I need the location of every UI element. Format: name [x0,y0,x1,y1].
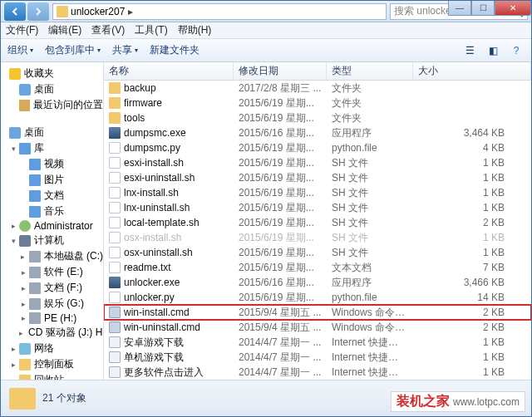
tool-share[interactable]: 共享▾ [112,43,138,57]
file-row[interactable]: dumpsmc.py2015/6/19 星期...python.file4 KB [104,140,531,155]
expand-icon[interactable]: ▸ [19,314,27,322]
sh-icon [109,172,121,184]
file-type: Windows 命令脚本 [327,321,413,335]
expand-icon[interactable]: ▾ [9,237,17,245]
menu-view[interactable]: 查看(V) [91,23,125,37]
col-name[interactable]: 名称 [104,62,234,80]
view-mode-button[interactable]: ☰ [461,42,478,59]
breadcrumb-item[interactable]: unlocker207 [71,6,125,17]
file-size: 1 KB [413,232,531,243]
file-name: 单机游戏下载 [124,351,184,365]
sidebar-item[interactable]: ▾库 [1,140,103,156]
lib-icon [29,190,41,202]
file-row[interactable]: readme.txt2015/6/19 星期...文本文档7 KB [104,260,531,275]
file-size: 1 KB [413,247,531,258]
maximize-button[interactable]: ☐ [471,1,495,16]
sidebar-item[interactable]: ▸Administrator [1,219,103,233]
tool-include[interactable]: 包含到库中▾ [45,43,101,57]
nav-forward-button[interactable] [27,2,49,21]
sidebar-item[interactable]: 图片 [1,172,103,188]
file-row[interactable]: 更多软件点击进入2014/4/7 星期一 ...Internet 快捷方式1 K… [104,365,531,380]
expand-icon[interactable]: ▸ [9,222,17,230]
col-type[interactable]: 类型 [327,62,413,80]
col-size[interactable]: 大小 [413,62,531,80]
sidebar-item[interactable]: ▸网络 [1,341,103,356]
nav-back-button[interactable] [4,2,26,21]
file-row[interactable]: osx-uninstall.sh2015/6/19 星期...SH 文件1 KB [104,245,531,260]
menu-file[interactable]: 文件(F) [6,23,38,37]
sidebar-section-desktop[interactable]: 桌面 [1,125,103,140]
file-row[interactable]: win-uninstall.cmd2015/9/4 星期五 ...Windows… [104,320,531,335]
expand-icon[interactable]: ▸ [9,361,17,369]
file-row[interactable]: win-install.cmd2015/9/4 星期五 ...Windows 命… [104,305,531,320]
tool-newfolder[interactable]: 新建文件夹 [150,43,200,57]
file-row[interactable]: firmware2015/6/19 星期...文件夹 [104,96,531,110]
sidebar-item[interactable]: 最近访问的位置 [1,97,103,113]
file-row[interactable]: esxi-install.sh2015/6/19 星期...SH 文件1 KB [104,155,531,170]
file-row[interactable]: 安卓游戏下载2014/4/7 星期一 ...Internet 快捷方式1 KB [104,335,531,350]
sidebar-item[interactable]: ▸控制面板 [1,356,103,372]
sidebar-item[interactable]: 视频 [1,156,103,172]
sidebar-item[interactable]: 回收站 [1,372,103,380]
file-row[interactable]: osx-install.sh2015/6/19 星期...SH 文件1 KB [104,230,531,245]
file-type: 文件夹 [327,96,413,110]
file-row[interactable]: esxi-uninstall.sh2015/6/19 星期...SH 文件1 K… [104,170,531,185]
close-button[interactable]: ✕ [495,1,531,16]
exe-icon [109,277,121,288]
address-bar[interactable]: unlocker207 ▸ [52,3,387,20]
chevron-right-icon[interactable]: ▸ [128,6,133,17]
sidebar-section-favorites[interactable]: 收藏夹 [1,66,103,81]
file-type: 文件夹 [327,81,413,96]
expand-icon[interactable]: ▸ [19,268,27,277]
file-type: Windows 命令脚本 [327,306,413,320]
sidebar-item[interactable]: ▸文档 (F:) [1,280,103,296]
file-size: 4 KB [413,142,531,154]
file-row[interactable]: local-template.sh2015/6/19 星期...SH 文件2 K… [104,215,531,230]
file-name: lnx-uninstall.sh [124,202,190,213]
expand-icon[interactable]: ▸ [9,345,17,353]
file-row[interactable]: lnx-uninstall.sh2015/6/19 星期...SH 文件1 KB [104,200,531,215]
sh-icon [109,247,121,258]
menu-edit[interactable]: 编辑(E) [48,23,81,37]
file-row[interactable]: dumpsmc.exe2015/6/16 星期...应用程序3,464 KB [104,125,531,140]
sidebar-item-label: 图片 [44,173,64,187]
file-name: osx-uninstall.sh [124,247,193,258]
menu-tools[interactable]: 工具(T) [135,23,167,37]
expand-icon[interactable]: ▸ [19,329,23,337]
expand-icon[interactable]: ▸ [19,300,27,308]
expand-icon[interactable]: ▸ [19,253,27,261]
sidebar-item[interactable]: ▸CD 驱动器 (J:) Hi [1,325,103,341]
tool-organize[interactable]: 组织▾ [7,43,33,57]
col-date[interactable]: 修改日期 [234,62,327,80]
file-row[interactable]: backup2017/2/8 星期三 ...文件夹 [104,81,531,96]
expand-icon[interactable]: ▸ [19,284,27,292]
file-row[interactable]: lnx-install.sh2015/6/19 星期...SH 文件1 KB [104,185,531,200]
file-type: SH 文件 [327,156,413,170]
expand-icon[interactable]: ▾ [9,145,17,153]
help-icon[interactable]: ? [508,42,525,59]
file-size: 2 KB [413,307,531,318]
sidebar-item[interactable]: ▸软件 (E:) [1,264,103,280]
sidebar-item[interactable]: ▸PE (H:) [1,312,103,325]
file-row[interactable]: tools2015/6/19 星期...文件夹 [104,110,531,125]
sidebar-item[interactable]: ▸娱乐 (G:) [1,296,103,312]
menu-help[interactable]: 帮助(H) [178,23,212,37]
file-name: local-template.sh [124,217,200,228]
file-row[interactable]: unlocker.exe2015/6/16 星期...应用程序3,466 KB [104,275,531,290]
sidebar-item[interactable]: 文档 [1,188,103,204]
file-date: 2015/6/19 星期... [234,201,327,215]
file-type: Internet 快捷方式 [327,336,413,350]
folder-icon [109,112,121,124]
preview-pane-button[interactable]: ◧ [485,42,501,59]
sidebar-item[interactable]: 桌面 [1,81,103,97]
file-type: SH 文件 [327,231,413,245]
sidebar-item[interactable]: ▾计算机 [1,233,103,248]
file-row[interactable]: unlocker.py2015/6/19 星期...python.file14 … [104,290,531,305]
sidebar-item[interactable]: ▸本地磁盘 (C:) [1,248,103,264]
sidebar-item[interactable]: 音乐 [1,204,103,219]
sidebar-item-label: 文档 [44,189,64,203]
file-size: 1 KB [413,336,531,348]
column-header-row: 名称 修改日期 类型 大小 [104,62,531,81]
file-row[interactable]: 单机游戏下载2014/4/7 星期一 ...Internet 快捷方式1 KB [104,350,531,365]
minimize-button[interactable]: — [448,1,471,16]
